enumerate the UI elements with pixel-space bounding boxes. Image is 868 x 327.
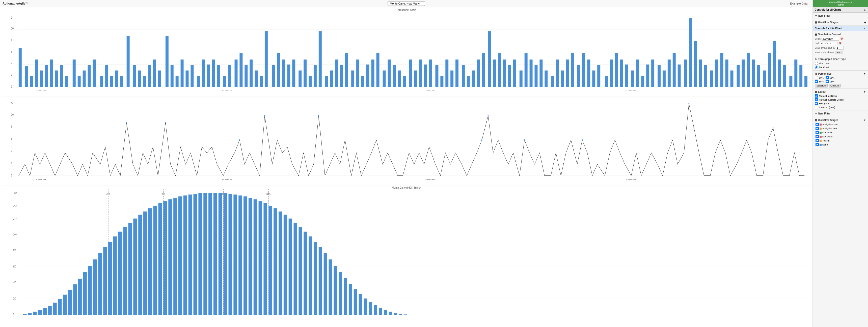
svg-rect-130 [615, 53, 618, 87]
svg-rect-163 [789, 76, 792, 87]
pct70-checkbox[interactable] [826, 76, 829, 79]
svg-text:14: 14 [11, 102, 13, 105]
calendar-icon-end[interactable]: 📅 [838, 42, 841, 45]
svg-rect-236 [88, 266, 92, 315]
svg-rect-261 [214, 193, 217, 315]
pct50-option[interactable]: 50% [815, 76, 824, 80]
workflow-checkbox-4[interactable] [815, 139, 819, 142]
pct95-option[interactable]: 95% [826, 80, 834, 84]
workflow-tag-1[interactable]: Analysis Done [815, 127, 866, 130]
workflow-tag-3[interactable]: Dev Done [815, 135, 866, 138]
chart3-section: Monte Carlo (950K Trials) 0 2K 4K 6K 8K … [2, 186, 810, 326]
expand-icon-2: ▼ [864, 119, 866, 122]
svg-rect-296 [389, 312, 392, 315]
svg-rect-54 [212, 60, 215, 87]
svg-text:20200401: 20200401 [426, 179, 435, 180]
svg-rect-31 [88, 65, 91, 87]
chart1-svg: 0 2 4 6 8 10 14 20200201 [11, 11, 809, 91]
chart3-area: 0 2K 4K 6K 8K 10K 14K 16K 18K [13, 189, 809, 317]
workflow-checkbox-5[interactable] [815, 143, 819, 146]
line-chart-radio[interactable] [815, 62, 818, 65]
layout-section: ▦ Layout ▼ Throughput Basis Throughput D… [813, 89, 868, 110]
svg-rect-247 [143, 211, 147, 315]
controls-all-charts-header[interactable]: Controls for all Charts ▲ [813, 7, 868, 12]
svg-rect-276 [289, 218, 292, 315]
svg-rect-22 [40, 71, 43, 87]
simulation-control-title: ▦ Simulation Control [815, 32, 866, 37]
svg-rect-127 [597, 65, 600, 87]
pct85-option[interactable]: 85% [815, 80, 824, 84]
svg-text:10K: 10K [13, 233, 17, 236]
pct85-checkbox[interactable] [815, 80, 818, 83]
throughput-date-checkbox[interactable] [815, 98, 818, 101]
bar-chart-option[interactable]: Bar Chart [815, 66, 866, 69]
svg-rect-248 [148, 208, 152, 315]
svg-rect-243 [123, 227, 127, 315]
workflow-tag-2[interactable]: Dev Active [815, 131, 866, 134]
line-chart-option[interactable]: Line Chart [815, 62, 866, 65]
svg-rect-48 [181, 60, 184, 87]
pct50-checkbox[interactable] [815, 76, 818, 79]
svg-rect-45 [165, 36, 168, 87]
svg-rect-120 [561, 71, 564, 87]
workflow-tag-0[interactable]: Analysis Active [815, 123, 866, 126]
svg-rect-270 [259, 201, 262, 315]
svg-text:0: 0 [11, 85, 12, 89]
calendar-icon-begin[interactable]: 📅 [840, 38, 843, 40]
pct95-checkbox[interactable] [826, 80, 829, 83]
svg-text:0: 0 [11, 173, 12, 177]
clear-all-btn[interactable]: Clear All [829, 84, 841, 88]
workflow-checkbox-0[interactable] [815, 123, 819, 126]
svg-rect-259 [204, 193, 207, 315]
svg-rect-135 [641, 76, 644, 87]
histogram-checkbox[interactable] [815, 102, 818, 105]
workflow-tag-4[interactable]: Testing [815, 139, 866, 142]
chart3-svg: 0 2K 4K 6K 8K 10K 14K 16K 18K [13, 189, 809, 317]
workflow-checkbox-3[interactable] [815, 135, 819, 138]
svg-rect-90 [403, 76, 406, 87]
svg-rect-160 [773, 41, 776, 87]
controls-chart-header[interactable]: Controls for this Chart ▼ [813, 26, 868, 31]
select-all-btn[interactable]: Select All [815, 84, 828, 88]
svg-point-190 [688, 103, 689, 104]
svg-rect-128 [605, 76, 608, 87]
sim-icon: ▦ [815, 33, 817, 36]
svg-rect-24 [50, 60, 53, 87]
svg-rect-69 [292, 60, 295, 87]
end-input[interactable] [820, 42, 837, 45]
throughput-chart-type-section: % Throughput Chart Type Line Chart Bar C… [813, 56, 868, 71]
expand-icon-1: ◀ [864, 21, 866, 24]
throughput-basis-checkbox[interactable] [815, 94, 818, 98]
trials-shown-label: 950K Trials Shown [815, 51, 834, 54]
svg-point-195 [582, 139, 583, 141]
workflow-name-2: Dev Active [822, 131, 833, 134]
stop-btn[interactable]: Stop [835, 51, 843, 54]
svg-rect-96 [435, 65, 438, 87]
calendar-icon-1: ▦ [815, 21, 817, 24]
calendar-option[interactable]: Calendar (Beta) [815, 105, 866, 109]
throughput-date-option[interactable]: Throughput Date Control [815, 98, 866, 102]
svg-rect-297 [394, 313, 397, 315]
calendar-checkbox[interactable] [815, 106, 818, 109]
throughput-basis-option[interactable]: Throughput Basis [815, 94, 866, 98]
svg-text:14K: 14K [13, 217, 17, 220]
workflow-stages-title-1[interactable]: ▦ Workflow Stages ◀ [815, 20, 866, 25]
scale-input[interactable] [836, 46, 843, 50]
histogram-option[interactable]: Histogram [815, 102, 866, 105]
svg-text:8: 8 [11, 125, 12, 129]
svg-rect-52 [202, 60, 205, 87]
workflow-checkbox-2[interactable] [815, 131, 819, 134]
svg-rect-91 [409, 60, 412, 87]
begin-input[interactable] [822, 37, 839, 41]
monte-carlo-dropdown[interactable]: Monte Carlo: How Many [388, 1, 425, 6]
svg-rect-38 [127, 36, 130, 87]
workflow-stages-title-2[interactable]: ▦ Workflow Stages ▼ [815, 118, 866, 122]
pct70-option[interactable]: 70% [826, 76, 834, 80]
workflow-tag-5[interactable]: Done [815, 143, 866, 146]
workflow-checkbox-1[interactable] [815, 127, 819, 130]
svg-rect-93 [419, 60, 422, 87]
bar-chart-radio[interactable] [815, 66, 818, 69]
svg-rect-72 [309, 76, 312, 87]
svg-rect-116 [539, 60, 542, 87]
svg-rect-83 [366, 65, 369, 87]
